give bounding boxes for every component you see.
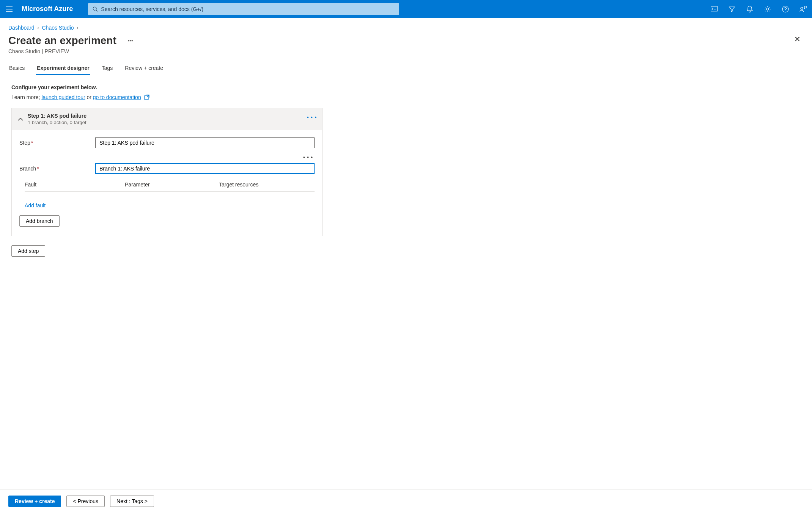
settings-button[interactable] (758, 0, 776, 18)
tab-tags[interactable]: Tags (101, 62, 114, 75)
gear-icon (764, 6, 771, 13)
chevron-right-icon: › (77, 25, 79, 30)
step-header-subtitle: 1 branch, 0 action, 0 target (28, 120, 87, 125)
step-header-text: Step 1: AKS pod failure 1 branch, 0 acti… (28, 113, 87, 125)
search-icon (93, 6, 98, 12)
search-input[interactable] (101, 6, 395, 12)
page-title: Create an experiment (8, 35, 116, 47)
title-more-button[interactable]: ••• (128, 38, 133, 44)
required-indicator: * (37, 166, 39, 172)
svg-line-1 (96, 10, 98, 11)
tab-review-create[interactable]: Review + create (124, 62, 164, 75)
search-container (88, 3, 399, 15)
step-panel-header[interactable]: Step 1: AKS pod failure 1 branch, 0 acti… (12, 108, 322, 130)
help-button[interactable] (776, 0, 794, 18)
global-header: Microsoft Azure (0, 0, 812, 18)
step-more-button[interactable]: • • • (307, 114, 317, 120)
launch-guided-tour-link[interactable]: launch guided tour (41, 94, 85, 100)
step-label-text: Step (19, 140, 30, 146)
tab-bar: Basics Experiment designer Tags Review +… (0, 62, 812, 75)
branch-name-label: Branch* (19, 166, 95, 172)
brand-label: Microsoft Azure (18, 5, 80, 13)
close-button[interactable]: ✕ (794, 35, 801, 44)
step-panel-body: Step* • • • Branch* Fault Parameter Targ… (12, 130, 322, 236)
svg-point-0 (93, 7, 97, 10)
fault-table: Fault Parameter Target resources Add fau… (25, 182, 315, 208)
branch-name-row: • • • Branch* (19, 163, 315, 174)
breadcrumb: Dashboard › Chaos Studio › (0, 18, 812, 35)
add-branch-button[interactable]: Add branch (19, 215, 60, 227)
menu-toggle[interactable] (0, 6, 18, 12)
chevron-up-icon (18, 117, 23, 121)
col-target: Target resources (219, 182, 295, 188)
tab-experiment-designer[interactable]: Experiment designer (36, 62, 90, 75)
help-icon (782, 6, 789, 13)
step-name-input[interactable] (95, 137, 315, 148)
learn-more-or: or (85, 94, 93, 100)
col-fault: Fault (25, 182, 125, 188)
cloud-shell-icon (711, 6, 718, 12)
breadcrumb-chaos-studio[interactable]: Chaos Studio (42, 25, 74, 31)
branch-name-input[interactable] (95, 163, 315, 174)
breadcrumb-dashboard[interactable]: Dashboard (8, 25, 35, 31)
step-name-label: Step* (19, 140, 95, 146)
bell-icon (747, 6, 753, 13)
svg-point-3 (766, 8, 769, 10)
learn-more-prefix: Learn more; (11, 94, 41, 100)
feedback-button[interactable] (794, 0, 812, 18)
learn-more-row: Learn more; launch guided tour or go to … (11, 94, 804, 100)
person-feedback-icon (799, 6, 807, 13)
external-link-icon (144, 94, 149, 100)
fault-table-header: Fault Parameter Target resources (25, 182, 315, 192)
svg-point-5 (801, 7, 803, 9)
search-box[interactable] (88, 3, 399, 15)
notifications-button[interactable] (741, 0, 758, 18)
step-panel: Step 1: AKS pod failure 1 branch, 0 acti… (11, 108, 323, 236)
svg-rect-2 (711, 6, 717, 11)
required-indicator: * (31, 140, 33, 146)
add-fault-row: Add fault (25, 202, 315, 208)
branch-more-button[interactable]: • • • (303, 154, 313, 160)
svg-point-4 (782, 6, 788, 12)
filter-icon (729, 6, 735, 13)
page-subtitle: Chaos Studio | PREVIEW (0, 48, 812, 62)
directories-button[interactable] (723, 0, 741, 18)
step-header-title: Step 1: AKS pod failure (28, 113, 87, 119)
add-branch-row: Add branch (19, 215, 315, 227)
title-row: Create an experiment ••• ✕ (0, 35, 812, 48)
tab-basics[interactable]: Basics (8, 62, 25, 75)
col-parameter: Parameter (125, 182, 219, 188)
configure-heading: Configure your experiment below. (11, 84, 804, 90)
cloud-shell-button[interactable] (705, 0, 723, 18)
add-fault-link[interactable]: Add fault (25, 202, 46, 208)
content-area: Configure your experiment below. Learn m… (0, 75, 812, 291)
header-icons (705, 0, 812, 18)
add-step-row: Add step (11, 245, 804, 257)
chevron-right-icon: › (38, 25, 39, 30)
add-step-button[interactable]: Add step (11, 245, 45, 257)
collapse-toggle[interactable] (18, 117, 23, 121)
go-to-documentation-link[interactable]: go to documentation (93, 94, 141, 100)
step-name-row: Step* (19, 137, 315, 148)
hamburger-icon (6, 6, 13, 12)
branch-label-text: Branch (19, 166, 36, 172)
